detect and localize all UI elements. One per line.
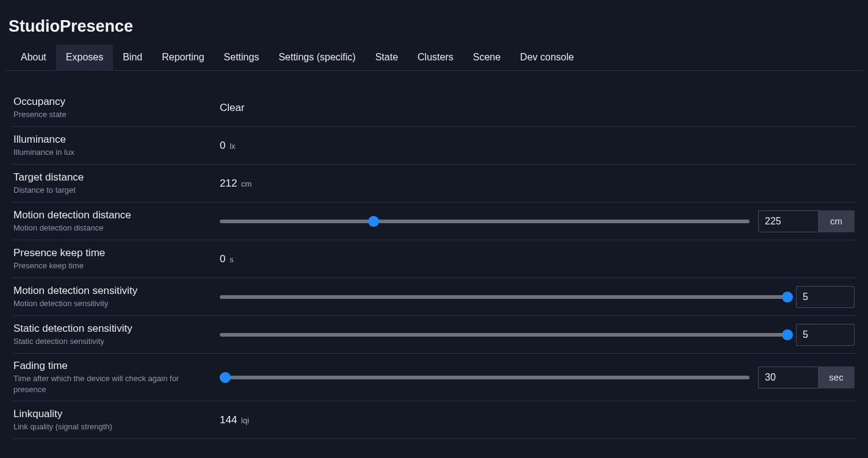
motion-detection-distance-input[interactable] (758, 210, 818, 232)
row-fading-time: Fading time Time after which the device … (12, 354, 856, 401)
tab-dev-console[interactable]: Dev console (510, 45, 584, 70)
tabs: About Exposes Bind Reporting Settings Se… (6, 45, 862, 70)
tab-settings[interactable]: Settings (214, 45, 269, 70)
presence-keep-time-number: 0 (220, 253, 225, 265)
row-motion-detection-distance: Motion detection distance Motion detecti… (12, 202, 856, 240)
fading-time-title: Fading time (13, 360, 212, 372)
target-distance-unit: cm (241, 179, 251, 188)
static-detection-sensitivity-title: Static detection sensitivity (13, 323, 212, 335)
row-motion-detection-sensitivity: Motion detection sensitivity Motion dete… (12, 278, 856, 316)
slider-track (220, 295, 787, 299)
tab-bind[interactable]: Bind (113, 45, 152, 70)
linkquality-number: 144 (220, 414, 237, 426)
row-illuminance: Illuminance Illuminance in lux 0 lx (12, 127, 856, 165)
fading-time-input[interactable] (758, 367, 818, 388)
tab-about[interactable]: About (11, 45, 56, 70)
presence-keep-time-desc: Presence keep time (13, 260, 212, 271)
illuminance-desc: Illuminance in lux (13, 147, 212, 158)
illuminance-value: 0 lx (220, 140, 236, 152)
illuminance-number: 0 (220, 140, 225, 151)
motion-detection-distance-desc: Motion detection distance (13, 223, 212, 234)
motion-detection-sensitivity-title: Motion detection sensitivity (13, 285, 212, 297)
target-distance-value: 212 cm (220, 177, 251, 190)
presence-keep-time-title: Presence keep time (13, 247, 212, 259)
slider-track (220, 220, 750, 223)
row-static-detection-sensitivity: Static detection sensitivity Static dete… (12, 316, 856, 354)
fading-time-slider[interactable] (220, 372, 750, 383)
static-detection-sensitivity-slider[interactable] (220, 329, 787, 340)
fading-time-desc: Time after which the device will check a… (13, 373, 212, 395)
tab-clusters[interactable]: Clusters (408, 45, 463, 70)
exposes-panel: Occupancy Presence state Clear Illuminan… (5, 70, 863, 445)
row-linkquality: Linkquality Link quality (signal strengt… (12, 401, 856, 439)
occupancy-desc: Presence state (13, 109, 212, 120)
motion-detection-sensitivity-slider[interactable] (220, 292, 787, 302)
tab-exposes[interactable]: Exposes (56, 45, 113, 70)
static-detection-sensitivity-input[interactable] (796, 324, 855, 346)
slider-track (220, 333, 787, 337)
slider-thumb[interactable] (220, 372, 231, 383)
motion-detection-sensitivity-input[interactable] (796, 286, 855, 308)
motion-detection-distance-unit: cm (818, 210, 855, 232)
occupancy-title: Occupancy (13, 96, 212, 108)
row-occupancy: Occupancy Presence state Clear (12, 89, 856, 127)
target-distance-title: Target distance (13, 171, 212, 184)
presence-keep-time-value: 0 s (220, 253, 234, 265)
tab-reporting[interactable]: Reporting (152, 45, 214, 70)
row-target-distance: Target distance Distance to target 212 c… (12, 165, 856, 202)
illuminance-title: Illuminance (13, 134, 212, 146)
linkquality-title: Linkquality (13, 408, 212, 420)
presence-keep-time-unit: s (230, 255, 234, 264)
target-distance-number: 212 (220, 177, 237, 189)
row-presence-keep-time: Presence keep time Presence keep time 0 … (12, 240, 856, 278)
motion-detection-sensitivity-desc: Motion detection sensitivity (13, 298, 212, 309)
slider-thumb[interactable] (782, 329, 793, 340)
slider-thumb[interactable] (782, 292, 793, 302)
motion-detection-distance-title: Motion detection distance (13, 209, 212, 221)
tab-state[interactable]: State (366, 45, 408, 70)
tab-scene[interactable]: Scene (463, 45, 510, 70)
linkquality-value: 144 lqi (220, 414, 249, 426)
motion-detection-distance-slider[interactable] (220, 216, 750, 227)
page-title: StudioPresence (6, 17, 862, 45)
linkquality-desc: Link quality (signal strength) (13, 421, 212, 432)
slider-track (220, 376, 750, 379)
slider-thumb[interactable] (368, 216, 379, 227)
occupancy-value: Clear (220, 102, 245, 114)
target-distance-desc: Distance to target (13, 185, 212, 196)
illuminance-unit: lx (230, 141, 235, 151)
linkquality-unit: lqi (241, 416, 249, 425)
tab-settings-specific[interactable]: Settings (specific) (269, 45, 365, 70)
static-detection-sensitivity-desc: Static detection sensitivity (13, 336, 212, 347)
fading-time-unit: sec (818, 367, 855, 388)
